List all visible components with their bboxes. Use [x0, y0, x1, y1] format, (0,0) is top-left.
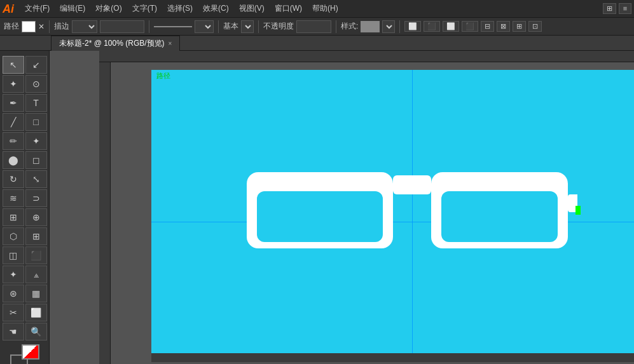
- tool-row-10: ⬡ ⊞: [3, 227, 47, 245]
- tool-row-13: ⊛ ▦: [3, 285, 47, 302]
- align-icon7[interactable]: ⊞: [513, 21, 526, 32]
- divider5: [336, 20, 336, 33]
- toolbar: 路径 ✕ 描边 基本 不透明度 100% 样式: ⬜ ⬛ ⬜ ⬛ ⊟ ⊠ ⊞ ⊡: [0, 18, 634, 36]
- menu-help[interactable]: 帮助(H): [308, 2, 343, 15]
- basic-label: 基本: [223, 21, 238, 32]
- slice-tool[interactable]: ✂: [3, 304, 24, 321]
- width-tool[interactable]: ⊃: [25, 189, 47, 207]
- divider3: [218, 20, 219, 33]
- tab-title: 未标题-2* @ 100% (RGB/预览): [59, 38, 165, 49]
- align-icon6[interactable]: ⊠: [497, 21, 510, 32]
- magic-wand-tool[interactable]: ✦: [3, 75, 24, 93]
- canvas-path-label: 路径: [156, 71, 170, 81]
- menu-effect[interactable]: 效果(C): [198, 2, 233, 15]
- align-icon5[interactable]: ⊟: [481, 21, 494, 32]
- svg-rect-2: [393, 175, 431, 194]
- zoom-tool[interactable]: 🔍: [25, 323, 47, 340]
- pen-tool[interactable]: ✒: [3, 94, 24, 112]
- ruler-top: [99, 51, 634, 62]
- style-select[interactable]: [382, 20, 395, 33]
- select-tool[interactable]: ↖: [3, 56, 24, 74]
- menu-view[interactable]: 视图(V): [235, 2, 269, 15]
- opacity-input[interactable]: 100%: [296, 20, 331, 33]
- blend-tool[interactable]: ⟁: [25, 266, 47, 283]
- arrange-icon[interactable]: ⊞: [603, 3, 616, 14]
- menu-window[interactable]: 窗口(W): [270, 2, 307, 15]
- path-label: 路径: [4, 21, 19, 32]
- tool-row-1: ↖ ↙: [3, 56, 47, 74]
- document-tab[interactable]: 未标题-2* @ 100% (RGB/预览) ×: [51, 36, 180, 51]
- tool-row-11: ◫ ⬛: [3, 246, 47, 264]
- type-tool[interactable]: T: [25, 94, 47, 112]
- glasses-object[interactable]: [247, 159, 577, 261]
- stroke-input[interactable]: [100, 20, 144, 33]
- mesh-tool[interactable]: ⊞: [25, 227, 47, 245]
- tool-row-3: ✒ T: [3, 94, 47, 112]
- tool-row-6: ⬤ ◻: [3, 151, 47, 169]
- svg-rect-5: [247, 188, 251, 206]
- fill-swatch[interactable]: [22, 21, 36, 32]
- stroke-label: 描边: [54, 21, 69, 32]
- basic-select[interactable]: [241, 20, 254, 33]
- brush-tool[interactable]: ✦: [25, 132, 47, 150]
- svg-rect-4: [441, 191, 558, 242]
- fill-none-icon: ✕: [38, 22, 45, 31]
- align-icon1[interactable]: ⬜: [404, 21, 421, 32]
- stroke-style-select[interactable]: [195, 20, 214, 33]
- hand-tool[interactable]: ☚: [3, 323, 24, 340]
- symbol-tool[interactable]: ⊛: [3, 285, 24, 302]
- perspective-tool[interactable]: ⬡: [3, 227, 24, 245]
- artboard: 路径: [151, 70, 634, 362]
- workspace-icon[interactable]: ≡: [619, 3, 631, 14]
- main-layout: ↖ ↙ ✦ ⊙ ✒ T ╱ □ ✏ ✦ ⬤ ◻ ↻ ⤡ ≋ ⊃: [0, 51, 634, 364]
- blob-brush-tool[interactable]: ⬤: [3, 151, 24, 169]
- align-icon2[interactable]: ⬛: [424, 21, 440, 32]
- swatch-container: [10, 344, 39, 364]
- live-paint-tool[interactable]: ⬛: [25, 246, 47, 264]
- pencil-tool[interactable]: ✏: [3, 132, 24, 150]
- warp-tool[interactable]: ≋: [3, 189, 24, 207]
- color-swatches: □ ⬛: [3, 342, 47, 364]
- gradient-tool[interactable]: ◫: [3, 246, 24, 264]
- tool-row-12: ✦ ⟁: [3, 266, 47, 283]
- scale-tool[interactable]: ⤡: [25, 170, 47, 188]
- eraser-tool[interactable]: ◻: [25, 151, 47, 169]
- slice-select-tool[interactable]: ⬜: [25, 304, 47, 321]
- rect-tool[interactable]: □: [25, 113, 47, 131]
- line-tool[interactable]: ╱: [3, 113, 24, 131]
- stroke-select[interactable]: [72, 20, 97, 33]
- direct-select-tool[interactable]: ↙: [25, 56, 47, 74]
- menu-edit[interactable]: 编辑(E): [55, 2, 90, 15]
- bottom-scrollbar[interactable]: [151, 353, 634, 362]
- menu-select[interactable]: 选择(S): [163, 2, 197, 15]
- tool-row-7: ↻ ⤡: [3, 170, 47, 188]
- lasso-tool[interactable]: ⊙: [25, 75, 47, 93]
- canvas-area: 路径: [50, 51, 634, 364]
- align-icon3[interactable]: ⬜: [443, 21, 459, 32]
- chart-tool[interactable]: ▦: [25, 285, 47, 302]
- free-transform-tool[interactable]: ⊞: [3, 208, 24, 226]
- left-toolbar: ↖ ↙ ✦ ⊙ ✒ T ╱ □ ✏ ✦ ⬤ ◻ ↻ ⤡ ≋ ⊃: [0, 51, 50, 364]
- style-swatch[interactable]: [361, 21, 380, 32]
- align-icon8[interactable]: ⊡: [528, 21, 542, 32]
- align-icon4[interactable]: ⬛: [462, 21, 478, 32]
- divider2: [149, 20, 149, 33]
- shape-builder-tool[interactable]: ⊕: [25, 208, 47, 226]
- glasses-svg: [247, 159, 577, 261]
- tool-row-4: ╱ □: [3, 113, 47, 131]
- tab-close-btn[interactable]: ×: [169, 40, 172, 47]
- eyedropper-tool[interactable]: ✦: [3, 266, 24, 283]
- foreground-swatch[interactable]: [22, 344, 39, 360]
- opacity-label: 不透明度: [263, 21, 294, 32]
- menu-file[interactable]: 文件(F): [20, 2, 54, 15]
- stroke-preview: [154, 26, 192, 27]
- menu-object[interactable]: 对象(O): [91, 2, 126, 15]
- rotate-tool[interactable]: ↻: [3, 170, 24, 188]
- menu-type[interactable]: 文字(T): [128, 2, 162, 15]
- style-label: 样式:: [341, 21, 358, 32]
- tab-bar: 未标题-2* @ 100% (RGB/预览) ×: [0, 36, 634, 51]
- ruler-left: [99, 62, 111, 364]
- divider4: [258, 20, 259, 33]
- tool-row-5: ✏ ✦: [3, 132, 47, 150]
- ai-logo: Ai: [3, 3, 14, 15]
